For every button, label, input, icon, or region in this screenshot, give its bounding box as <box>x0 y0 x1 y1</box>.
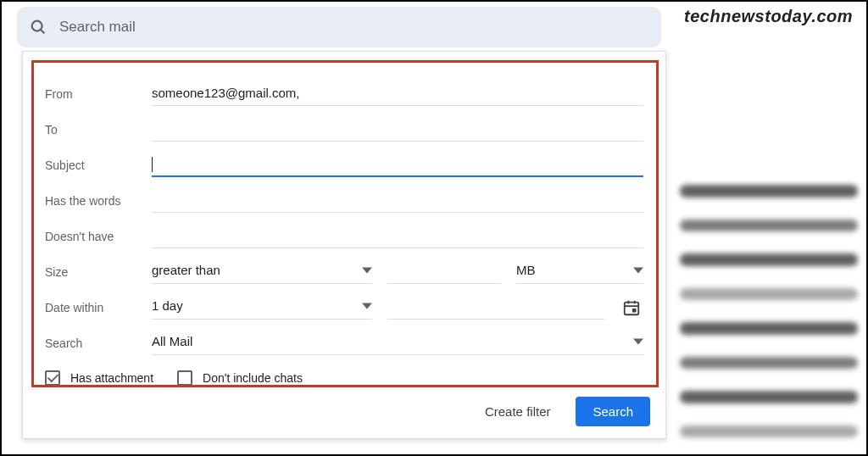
has-words-label: Has the words <box>45 194 152 213</box>
subject-label: Subject <box>45 158 152 177</box>
svg-line-1 <box>41 30 44 33</box>
svg-rect-2 <box>625 303 639 315</box>
size-comparator-select[interactable]: greater than <box>152 260 372 284</box>
search-button[interactable]: Search <box>576 397 650 426</box>
calendar-icon <box>622 298 641 317</box>
svg-rect-6 <box>632 309 637 313</box>
search-options-panel: From someone123@gmail.com, To Subject Ha… <box>22 51 666 439</box>
size-unit-select[interactable]: MB <box>516 260 643 284</box>
subject-field[interactable] <box>152 153 643 177</box>
date-within-label: Date within <box>45 301 152 320</box>
date-value-field[interactable] <box>387 296 604 320</box>
search-placeholder: Search mail <box>59 19 136 36</box>
date-range-value: 1 day <box>152 298 183 313</box>
chevron-down-icon <box>633 336 643 347</box>
doesnt-have-label: Doesn't have <box>45 230 152 248</box>
doesnt-have-field[interactable] <box>152 225 643 248</box>
size-comparator-value: greater than <box>152 263 220 277</box>
checkbox-checked-icon <box>45 370 60 386</box>
from-field[interactable]: someone123@gmail.com, <box>152 82 643 106</box>
has-words-field[interactable] <box>152 189 643 213</box>
calendar-button[interactable] <box>620 296 643 320</box>
to-field[interactable] <box>152 118 643 142</box>
chevron-down-icon <box>633 265 643 275</box>
search-in-value: All Mail <box>152 334 192 348</box>
chevron-down-icon <box>362 301 372 311</box>
has-attachment-label: Has attachment <box>70 371 153 385</box>
svg-point-0 <box>32 21 42 31</box>
search-in-label: Search <box>45 336 152 355</box>
date-range-select[interactable]: 1 day <box>152 296 372 320</box>
chevron-down-icon <box>362 265 372 275</box>
checkbox-unchecked-icon <box>177 370 192 386</box>
from-label: From <box>45 87 152 106</box>
dont-include-chats-label: Don't include chats <box>203 371 303 385</box>
has-attachment-checkbox[interactable]: Has attachment <box>45 370 153 386</box>
to-label: To <box>45 123 152 142</box>
search-in-select[interactable]: All Mail <box>152 331 643 355</box>
size-label: Size <box>45 265 152 284</box>
watermark: technewstoday.com <box>684 7 853 26</box>
background-email-list <box>676 163 861 449</box>
size-unit-value: MB <box>516 263 536 277</box>
size-value-field[interactable] <box>387 260 501 284</box>
dont-include-chats-checkbox[interactable]: Don't include chats <box>177 370 303 386</box>
search-icon <box>29 18 47 36</box>
create-filter-button[interactable]: Create filter <box>476 398 559 425</box>
search-input[interactable]: Search mail <box>17 7 661 47</box>
